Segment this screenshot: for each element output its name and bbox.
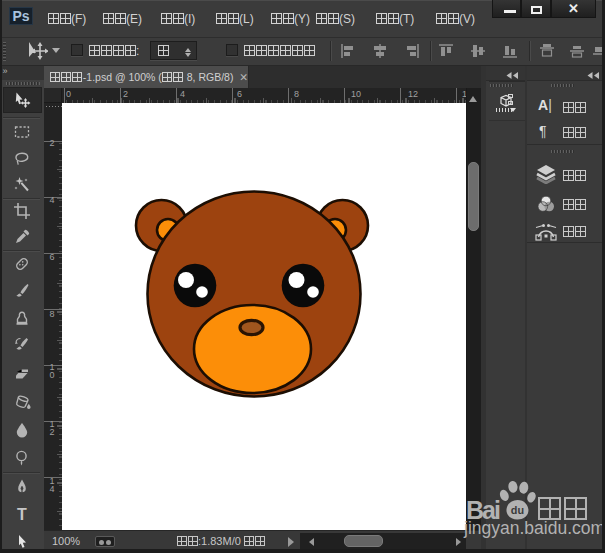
- svg-text:du: du: [511, 504, 524, 516]
